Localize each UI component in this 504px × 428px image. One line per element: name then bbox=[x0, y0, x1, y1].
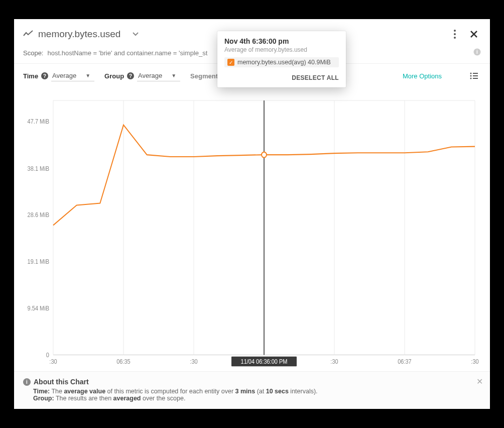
tooltip-subtitle: Average of memory.bytes.used bbox=[224, 46, 339, 53]
svg-text:9.54 MiB: 9.54 MiB bbox=[28, 305, 50, 311]
svg-point-11 bbox=[470, 78, 472, 79]
svg-point-7 bbox=[470, 73, 472, 74]
chevron-down-icon: ▼ bbox=[171, 73, 176, 78]
scope-info-icon[interactable]: i bbox=[473, 48, 481, 57]
svg-text:06:37: 06:37 bbox=[398, 358, 412, 364]
svg-text:i: i bbox=[476, 49, 478, 55]
chart-panel: memory.bytes.used Scope: host.hostName =… bbox=[14, 19, 490, 409]
svg-point-9 bbox=[470, 75, 472, 77]
tooltip-time: Nov 4th 6:36:00 pm bbox=[224, 37, 339, 45]
time-help-icon[interactable]: ? bbox=[41, 72, 48, 79]
time-control: Time ? Average ▼ bbox=[23, 70, 94, 81]
svg-text::30: :30 bbox=[471, 358, 478, 364]
svg-text::30: :30 bbox=[49, 358, 57, 364]
group-select-value: Average bbox=[138, 72, 162, 79]
line-chart-icon bbox=[23, 30, 33, 39]
svg-point-1 bbox=[454, 33, 456, 35]
chevron-down-icon: ▼ bbox=[85, 73, 90, 78]
metric-dropdown[interactable] bbox=[129, 27, 143, 41]
close-icon[interactable] bbox=[467, 27, 481, 41]
about-time-line: Time: The average value of this metric i… bbox=[33, 388, 481, 395]
time-select-value: Average bbox=[52, 72, 76, 79]
info-icon: i bbox=[23, 378, 31, 386]
metric-title: memory.bytes.used bbox=[38, 29, 120, 40]
more-options-link[interactable]: More Options bbox=[403, 72, 442, 80]
checkbox-icon[interactable]: ✓ bbox=[227, 59, 234, 66]
svg-text:38.1 MiB: 38.1 MiB bbox=[28, 165, 50, 171]
chart-svg[interactable]: 09.54 MiB19.1 MiB28.6 MiB38.1 MiB47.7 Mi… bbox=[23, 94, 481, 371]
deselect-all-button[interactable]: DESELECT ALL bbox=[224, 74, 339, 81]
about-heading: i About this Chart bbox=[23, 378, 481, 386]
svg-text:28.6 MiB: 28.6 MiB bbox=[28, 212, 50, 218]
svg-rect-10 bbox=[473, 75, 478, 76]
tooltip-series-row[interactable]: ✓ memory.bytes.used(avg) 40.9MiB bbox=[224, 57, 339, 67]
group-select[interactable]: Average ▼ bbox=[137, 70, 180, 81]
legend-list-icon[interactable] bbox=[467, 69, 481, 83]
time-label: Time bbox=[23, 72, 38, 80]
svg-text::30: :30 bbox=[190, 358, 197, 364]
about-close-icon[interactable]: ✕ bbox=[476, 377, 483, 386]
group-label: Group bbox=[104, 72, 124, 80]
about-group-line: Group: The results are then averaged ove… bbox=[33, 395, 481, 402]
scope-label: Scope: bbox=[23, 49, 43, 57]
svg-text:11/04 06:36:00 PM: 11/04 06:36:00 PM bbox=[241, 358, 288, 364]
more-menu-icon[interactable] bbox=[448, 27, 462, 41]
svg-point-35 bbox=[262, 152, 267, 158]
svg-text::30: :30 bbox=[330, 358, 338, 364]
scope-value: host.hostName = 'brie' and container.nam… bbox=[47, 49, 207, 57]
svg-rect-12 bbox=[473, 78, 478, 79]
group-control: Group ? Average ▼ bbox=[104, 70, 180, 81]
svg-point-2 bbox=[454, 37, 456, 39]
svg-text:47.7 MiB: 47.7 MiB bbox=[28, 119, 50, 125]
about-title: About this Chart bbox=[34, 378, 89, 386]
about-panel: i About this Chart Time: The average val… bbox=[14, 371, 490, 409]
svg-text:19.1 MiB: 19.1 MiB bbox=[28, 258, 50, 264]
svg-rect-8 bbox=[473, 73, 478, 74]
svg-point-0 bbox=[454, 30, 456, 32]
chart-tooltip: Nov 4th 6:36:00 pm Average of memory.byt… bbox=[217, 31, 346, 87]
time-select[interactable]: Average ▼ bbox=[51, 70, 94, 81]
svg-text:06:35: 06:35 bbox=[116, 358, 131, 364]
svg-text:0: 0 bbox=[46, 352, 49, 358]
chart-area[interactable]: 09.54 MiB19.1 MiB28.6 MiB38.1 MiB47.7 Mi… bbox=[14, 86, 490, 371]
group-help-icon[interactable]: ? bbox=[127, 72, 134, 79]
tooltip-series-label: memory.bytes.used(avg) 40.9MiB bbox=[237, 59, 331, 66]
